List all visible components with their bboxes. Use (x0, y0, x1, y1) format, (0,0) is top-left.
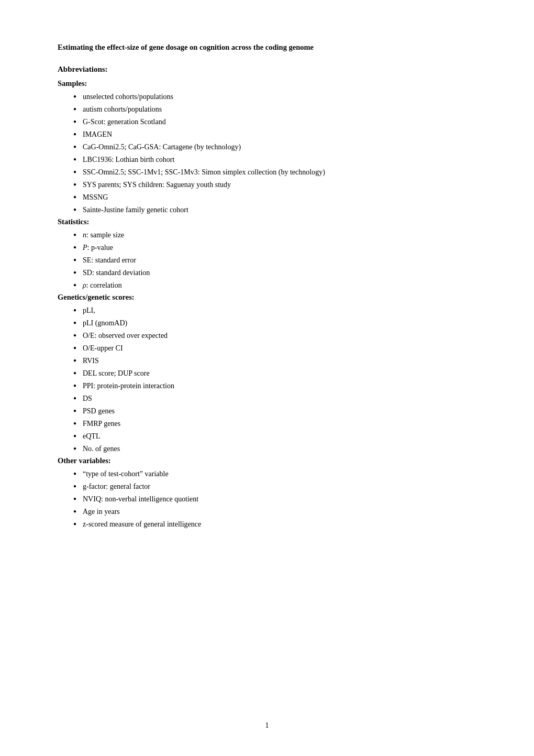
list-item: RVIS (73, 355, 476, 366)
list-item: eQTL (73, 431, 476, 442)
list-item: G-Scot: generation Scotland (73, 116, 476, 127)
list-item: SYS parents; SYS children: Saguenay yout… (73, 179, 476, 190)
list-item: SSC-Omni2.5; SSC-1Mv1; SSC-1Mv3: Simon s… (73, 167, 476, 178)
list-item: No. of genes (73, 443, 476, 454)
abbreviations-section: Abbreviations: Samples: unselected cohor… (58, 65, 476, 530)
list-item: unselected cohorts/populations (73, 91, 476, 102)
list-item: autism cohorts/populations (73, 104, 476, 115)
abbreviations-heading: Abbreviations: (58, 65, 476, 74)
list-item: g-factor: general factor (73, 481, 476, 492)
samples-section: Samples: unselected cohorts/populations … (58, 79, 476, 215)
list-item: “type of test-cohort” variable (73, 468, 476, 479)
list-item: PPI: protein-protein interaction (73, 380, 476, 391)
list-item: IMAGEN (73, 129, 476, 140)
statistics-list: n: sample size P: p-value SE: standard e… (58, 229, 476, 291)
list-item: SE: standard error (73, 255, 476, 266)
genetics-list: pLI, pLI (gnomAD) O/E: observed over exp… (58, 305, 476, 454)
statistics-section: Statistics: n: sample size P: p-value SE… (58, 217, 476, 291)
list-item: z-scored measure of general intelligence (73, 519, 476, 530)
statistics-heading: Statistics: (58, 217, 476, 226)
list-item: pLI (gnomAD) (73, 317, 476, 328)
list-item: SD: standard deviation (73, 267, 476, 278)
list-item: Age in years (73, 506, 476, 517)
list-item: O/E: observed over expected (73, 330, 476, 341)
list-item: O/E-upper CI (73, 343, 476, 354)
list-item: NVIQ: non-verbal intelligence quotient (73, 494, 476, 505)
page: Estimating the effect-size of gene dosag… (0, 0, 534, 756)
samples-list: unselected cohorts/populations autism co… (58, 91, 476, 215)
other-heading: Other variables: (58, 456, 476, 465)
list-item: LBC1936: Lothian birth cohort (73, 154, 476, 165)
list-item: P: p-value (73, 242, 476, 253)
list-item: pLI, (73, 305, 476, 316)
list-item: MSSNG (73, 192, 476, 203)
list-item: PSD genes (73, 406, 476, 417)
list-item: Sainte-Justine family genetic cohort (73, 204, 476, 215)
page-number: 1 (265, 721, 269, 730)
list-item: CaG-Omni2.5; CaG-GSA: Cartagene (by tech… (73, 141, 476, 152)
genetics-heading: Genetics/genetic scores: (58, 293, 476, 302)
list-item: DEL score; DUP score (73, 368, 476, 379)
other-list: “type of test-cohort” variable g-factor:… (58, 468, 476, 530)
samples-heading: Samples: (58, 79, 476, 88)
main-title: Estimating the effect-size of gene dosag… (58, 42, 476, 52)
list-item: FMRP genes (73, 418, 476, 429)
list-item: n: sample size (73, 229, 476, 240)
list-item: DS (73, 393, 476, 404)
other-variables-section: Other variables: “type of test-cohort” v… (58, 456, 476, 530)
genetics-section: Genetics/genetic scores: pLI, pLI (gnomA… (58, 293, 476, 454)
list-item: ρ: correlation (73, 280, 476, 291)
